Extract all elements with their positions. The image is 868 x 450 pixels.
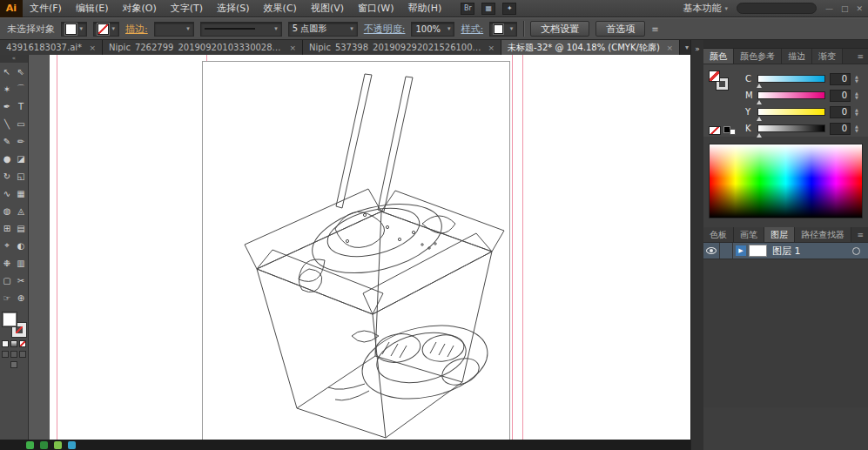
slider-handle[interactable] [757,117,762,121]
tab-close-icon[interactable]: × [488,44,495,52]
rectangle-tool[interactable]: ▭ [14,115,28,132]
opacity-link[interactable]: 不透明度: [364,23,406,36]
bridge-icon[interactable]: Br [461,3,474,15]
lasso-tool[interactable]: ⌒ [14,80,28,97]
value-spinner[interactable]: ▲▼ [855,108,863,117]
panel-menu-icon[interactable]: ≡ [852,49,868,64]
tab-brushes[interactable]: 画笔 [734,227,764,242]
tab-pathfinder[interactable]: 路径查找器 [795,227,851,242]
line-segment-tool[interactable]: ╲ [0,115,14,132]
slider-handle[interactable] [757,133,762,138]
pencil-tool[interactable]: ✏ [14,132,28,150]
blend-tool[interactable]: ◐ [14,237,28,254]
fill-stroke-indicator[interactable] [709,71,728,90]
tab-gradient[interactable]: 渐变 [812,49,843,64]
white-swatch[interactable] [730,129,736,135]
spinner-down-icon[interactable]: ▼ [855,112,863,117]
symbol-sprayer-tool[interactable]: ❉ [0,254,14,272]
gradient-tool[interactable]: ▤ [14,219,28,237]
color-slider-track[interactable] [757,75,825,83]
tab-close-icon[interactable]: × [666,44,673,52]
tab-overflow-icon[interactable]: ▾ [680,40,694,55]
document-tab[interactable]: Nipic_7262799_20190920103330028031.ai*× [103,40,303,55]
opacity-dropdown[interactable]: 100% ▾ [411,22,454,37]
paintbrush-tool[interactable]: ✎ [0,132,14,150]
menubar-item[interactable]: 视图(V) [304,0,351,17]
document-tab[interactable]: 43916183037.ai*× [0,40,103,55]
zoom-tool[interactable]: ⊕ [14,289,28,306]
brush-definition-dropdown[interactable]: ▾ [200,22,282,37]
shape-builder-tool[interactable]: ◍ [0,202,14,219]
artboard-tool[interactable]: ▢ [0,272,14,289]
control-panel-menu-icon[interactable]: ≡ [651,24,658,34]
style-dropdown[interactable]: ▾ [489,22,517,37]
draw-behind-button[interactable] [10,351,17,358]
taskbar-app-icon-3[interactable] [54,441,62,449]
restore-button[interactable]: □ [841,0,849,17]
arrange-documents-icon[interactable]: ▦ [481,3,495,15]
menubar-item[interactable]: 帮助(H) [400,0,448,17]
tab-layers[interactable]: 图层 [764,227,795,242]
width-profile-dropdown[interactable]: 5 点圆形 ▾ [288,22,358,37]
tab-swatches[interactable]: 色板 [703,227,734,242]
style-link[interactable]: 样式: [461,23,483,36]
artwork-outline-drawing[interactable] [203,62,511,440]
none-swatch[interactable] [709,126,721,135]
layer-name[interactable]: 图层 1 [772,245,801,258]
artboard[interactable] [202,61,510,440]
stroke-link[interactable]: 描边: [125,23,148,36]
channel-value[interactable]: 0 [830,123,851,135]
preferences-button[interactable]: 首选项 [595,21,645,37]
value-spinner[interactable]: ▲▼ [855,75,863,84]
spinner-down-icon[interactable]: ▼ [855,79,863,84]
pen-tool[interactable]: ✒ [0,97,14,115]
color-mode-button[interactable] [2,340,9,347]
fill-chip[interactable] [3,312,17,326]
spinner-down-icon[interactable]: ▼ [855,129,863,133]
stroke-color-dropdown[interactable]: ▾ [93,22,119,37]
color-slider-track[interactable] [757,91,825,99]
document-setup-button[interactable]: 文档设置 [530,21,589,37]
close-button[interactable]: ✕ [856,0,863,17]
value-spinner[interactable]: ▲▼ [855,91,863,100]
channel-value[interactable]: 0 [830,106,851,118]
visibility-column[interactable] [703,243,720,259]
layer-thumbnail[interactable] [749,245,767,257]
tab-color[interactable]: 颜色 [703,49,734,64]
magic-wand-tool[interactable]: ✶ [0,80,14,97]
spinner-down-icon[interactable]: ▼ [855,96,863,100]
channel-value[interactable]: 0 [830,73,851,85]
mesh-tool[interactable]: ⊞ [0,219,14,237]
perspective-grid-tool[interactable]: ◬ [14,202,28,219]
fill-color-dropdown[interactable]: ▾ [61,22,87,37]
layer-row[interactable]: ▶ 图层 1 [703,243,868,259]
stroke-weight-dropdown[interactable]: ▾ [154,22,194,37]
screen-mode-button[interactable] [10,361,17,368]
hand-tool[interactable]: ☞ [0,289,14,306]
layer-expand-icon[interactable]: ▶ [736,245,746,256]
channel-value[interactable]: 0 [830,90,851,102]
cs-live-icon[interactable]: ✦ [502,3,516,15]
tab-color-guide[interactable]: 颜色参考 [734,49,782,64]
slider-handle[interactable] [757,84,762,88]
toolbox-collapse-icon[interactable]: « [0,55,28,63]
document-tab[interactable]: Nipic_537398_20190929202152610000.ai*× [303,40,501,55]
column-graph-tool[interactable]: ▥ [14,254,28,272]
cs-live-search-field[interactable] [737,3,817,14]
tab-close-icon[interactable]: × [289,44,296,52]
gradient-mode-button[interactable] [10,340,17,347]
minimize-button[interactable]: — [825,0,833,17]
scale-tool[interactable]: ◱ [14,167,28,185]
eye-icon[interactable] [706,247,717,254]
menubar-item[interactable]: 文字(T) [164,0,210,17]
fill-stroke-widget[interactable] [3,312,26,337]
tab-close-icon[interactable]: × [89,44,96,52]
selection-tool[interactable]: ↖ [0,63,14,80]
canvas[interactable] [50,55,690,440]
free-transform-tool[interactable]: ▦ [14,185,28,202]
fill-indicator[interactable] [709,71,720,82]
taskbar-app-icon-1[interactable] [26,441,34,449]
eraser-tool[interactable]: ◪ [14,150,28,167]
slice-tool[interactable]: ✂ [14,272,28,289]
width-tool[interactable]: ∿ [0,185,14,202]
